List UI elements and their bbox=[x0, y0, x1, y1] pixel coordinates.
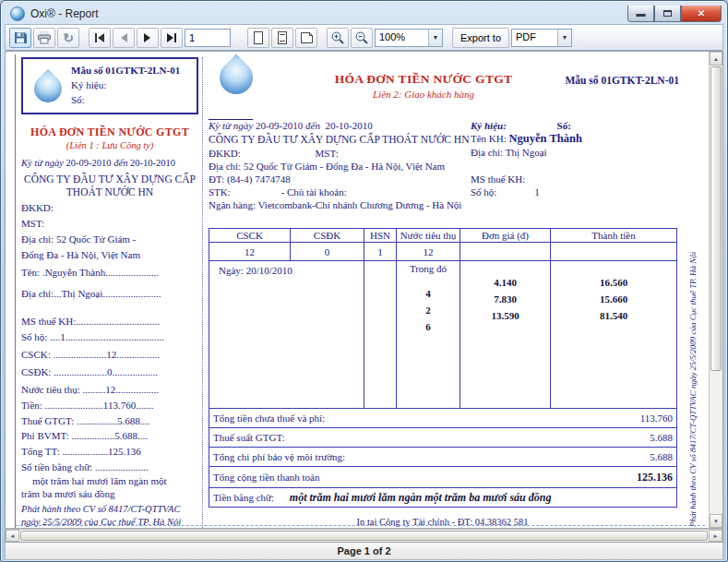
stub-customer-address: Địa chỉ:...Thị Ngoại....................… bbox=[21, 287, 198, 301]
summary-row: Tổng chi phí bảo vệ môi trường: 5.688 bbox=[209, 448, 677, 467]
zoom-in-icon bbox=[330, 30, 345, 45]
refresh-icon: ↻ bbox=[63, 31, 74, 44]
printer-icon bbox=[37, 30, 52, 45]
stub-period: Kỳ từ ngày 20-09-2010 đến 20-10-2010 bbox=[21, 157, 198, 170]
page-setup-button[interactable] bbox=[271, 28, 293, 48]
close-button[interactable]: ✕ bbox=[681, 6, 722, 22]
stub-header-box: Mẫu số 01GTKT-2LN-01 Ký hiệu: Số: bbox=[21, 57, 198, 114]
summary-row: Tổng tiền chưa thuế và phí: 113.760 bbox=[209, 409, 677, 428]
previous-page-icon bbox=[118, 32, 129, 43]
stub-form-number: Mẫu số 01GTKT-2LN-01 bbox=[71, 64, 180, 78]
col-header: Nước tiêu thụ bbox=[397, 229, 460, 243]
company-mst: MST: bbox=[316, 148, 339, 159]
col-header: Đơn giá (đ) bbox=[460, 229, 551, 243]
page-margins-icon bbox=[276, 30, 289, 45]
tier-unit-prices: 4.140 7.830 13.590 bbox=[464, 261, 546, 324]
company-account: STK: - Chủ tài khoản: bbox=[209, 186, 347, 197]
customer-name-line: Tên KH: Nguyễn Thành bbox=[471, 132, 582, 146]
scroll-down-button[interactable]: ▼ bbox=[710, 514, 722, 528]
stub-issue-note: Phát hành theo CV số 8417/CT-QTTVAC ngày… bbox=[21, 503, 198, 527]
vertical-scroll-thumb[interactable] bbox=[710, 66, 722, 371]
maximize-button[interactable] bbox=[654, 6, 681, 22]
customer-address: Thị Ngoại bbox=[506, 147, 547, 158]
stub-copy-label: (Liên 1 : Lưu Công ty) bbox=[21, 139, 198, 152]
tier-amounts: 16.560 15.660 81.540 bbox=[555, 261, 673, 324]
minimize-button[interactable]: ▬ bbox=[627, 6, 654, 22]
zoom-in-button[interactable] bbox=[327, 28, 349, 48]
first-page-button[interactable] bbox=[89, 28, 111, 48]
col-header: CSĐK bbox=[291, 229, 364, 243]
customer-household: Số hộ: 1 bbox=[471, 186, 540, 197]
vertical-scrollbar[interactable]: ▲ ▼ bbox=[709, 51, 723, 529]
company-phone: ĐT: (84-4) 7474748 bbox=[209, 173, 291, 185]
summary-value: 5.688 bbox=[650, 451, 673, 462]
customer-name: Nguyễn Thành bbox=[509, 132, 582, 145]
cut-line bbox=[16, 525, 705, 526]
zoom-out-button[interactable] bbox=[351, 28, 373, 48]
portrait-layout-button[interactable] bbox=[247, 28, 269, 48]
total-label: Tổng cộng tiền thanh toán bbox=[213, 472, 319, 483]
title-bar[interactable]: Oxi® - Report ▬ ✕ bbox=[5, 1, 723, 24]
zoom-level-select[interactable]: 100% ▼ bbox=[375, 29, 443, 47]
save-button[interactable] bbox=[9, 28, 31, 48]
last-page-button[interactable] bbox=[161, 28, 183, 48]
page-status: Page 1 of 2 bbox=[337, 545, 390, 556]
water-drop-logo bbox=[213, 54, 260, 102]
summary-label: Tổng tiền chưa thuế và phí: bbox=[213, 413, 325, 424]
first-page-icon bbox=[93, 32, 106, 43]
amount-in-words: một trăm hai mươi lăm ngàn một trăm ba m… bbox=[290, 491, 552, 504]
stub-household-number: Số hộ: ....1............................… bbox=[21, 330, 198, 344]
stub-invoice-title: HÓA ĐƠN TIỀN NƯỚC GTGT bbox=[21, 125, 198, 139]
export-format-value: PDF bbox=[512, 30, 557, 46]
stub-water-consumed: Nước tiêu thụ: .........12..............… bbox=[21, 383, 198, 397]
summary-row: Thuế suất GTGT: 5.688 bbox=[209, 428, 677, 448]
landscape-layout-button[interactable] bbox=[295, 28, 317, 48]
stub-vat: Thuế GTGT: ................5.688.... bbox=[21, 414, 198, 428]
invoice-main: HÓA ĐƠN TIỀN NƯỚC GTGT Liên 2: Giao khác… bbox=[207, 57, 681, 526]
app-icon bbox=[10, 6, 25, 21]
summary-label: Thuế suất GTGT: bbox=[213, 432, 285, 443]
total-row: Tổng cộng tiền thanh toán 125.136 bbox=[209, 467, 677, 488]
scroll-right-button[interactable]: ► bbox=[709, 530, 722, 542]
zoom-out-icon bbox=[354, 30, 369, 45]
print-button[interactable] bbox=[33, 28, 55, 48]
next-page-button[interactable] bbox=[137, 28, 159, 48]
stub-csdk: CSĐK: .....................0............… bbox=[21, 365, 198, 379]
previous-page-button[interactable] bbox=[113, 28, 135, 48]
stub-env-fee: Phí BVMT: .................5.688.... bbox=[21, 429, 198, 443]
meter-reading-row: 12 0 1 12 bbox=[209, 243, 677, 261]
next-page-icon bbox=[142, 32, 153, 43]
stub-mst: MST: bbox=[21, 217, 198, 231]
invoice-title: HÓA ĐƠN TIỀN NƯỚC GTGT bbox=[271, 72, 576, 87]
stub-tax-code: MS thuế KH:.............................… bbox=[21, 315, 198, 329]
invoice-form-number: Mẫu số 01GTKT-2LN-01 bbox=[565, 75, 679, 86]
toolbar: ↻ bbox=[5, 24, 723, 51]
export-format-select[interactable]: PDF ▼ bbox=[511, 29, 572, 47]
horizontal-scroll-thumb[interactable] bbox=[20, 531, 708, 541]
stub-number-label: Số: bbox=[71, 93, 180, 108]
col-header: Thành tiền bbox=[551, 229, 677, 243]
right-arrow-icon: ► bbox=[713, 533, 719, 539]
company-bank: Ngân hàng: Vietcombank-Chi nhánh Chương … bbox=[209, 199, 461, 210]
zoom-level-value: 100% bbox=[376, 30, 428, 46]
stub-address-line1: Địa chỉ: 52 Quốc Tử Giám - bbox=[21, 233, 198, 246]
company-dkkd: ĐKKD: MST: bbox=[209, 148, 339, 159]
detail-block-row: Ngày: 20/10/2010 Trong đó 4 2 6 bbox=[209, 261, 677, 409]
customer-address-line: Địa chỉ: Thị Ngoại bbox=[471, 147, 547, 158]
summary-value: 5.688 bbox=[650, 432, 673, 443]
scroll-left-button[interactable]: ◄ bbox=[6, 530, 19, 542]
horizontal-scrollbar[interactable]: ◄ ► bbox=[5, 529, 723, 543]
summary-value: 113.760 bbox=[640, 413, 673, 424]
page-number-input[interactable] bbox=[185, 29, 231, 47]
refresh-button[interactable]: ↻ bbox=[57, 28, 79, 48]
down-arrow-icon: ▼ bbox=[713, 519, 719, 524]
table-header-row: CSCK CSĐK HSN Nước tiêu thụ Đơn giá (đ) … bbox=[209, 229, 677, 243]
export-button[interactable]: Export to bbox=[452, 28, 509, 48]
col-header: CSCK bbox=[209, 229, 291, 243]
stub-amount: Tiền: .......................113.760....… bbox=[21, 399, 198, 413]
customer-tax-code: MS thuế KH: bbox=[471, 173, 525, 185]
scroll-up-button[interactable]: ▲ bbox=[710, 52, 722, 66]
stub-amount-in-words: một trăm hai mươi lăm ngàn một trăm ba m… bbox=[21, 475, 198, 501]
water-drop-logo bbox=[29, 69, 67, 108]
stub-customer-name: Tên: .Nguyễn Thành..................... bbox=[21, 266, 198, 280]
